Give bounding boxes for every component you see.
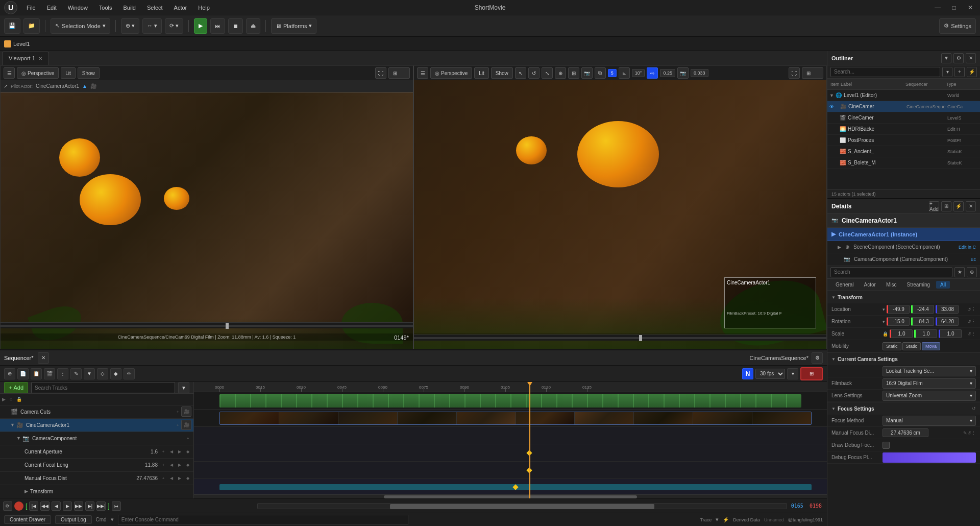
perspective-btn-left[interactable]: ◎ Perspective	[17, 67, 59, 79]
details-search-opts[interactable]: ⊕	[967, 267, 977, 277]
outliner-close[interactable]: ✕	[966, 53, 976, 63]
pilot-cam-icon[interactable]: 🎥	[90, 83, 96, 89]
layers-icon-right[interactable]: ⧉	[595, 67, 606, 79]
mfd-num[interactable]: 27.47636 cm	[883, 428, 928, 437]
sequencer-close[interactable]: ✕	[38, 352, 49, 364]
track-mute-all[interactable]: ○	[10, 397, 12, 402]
scale-lock-icon[interactable]: 🔒	[883, 331, 888, 337]
mobility-movable[interactable]: Mova	[922, 342, 940, 350]
timeline-track-camera-cuts[interactable]	[194, 392, 827, 410]
seq-next[interactable]: ▶|	[85, 501, 94, 511]
rotation-x[interactable]: -15.0	[887, 317, 910, 326]
menu-help[interactable]: Help	[193, 4, 215, 12]
scale-icon-right[interactable]: ⤡	[542, 67, 553, 79]
seq-settings-icon[interactable]: ⚙	[812, 352, 823, 364]
camera-settings-header[interactable]: ▼ Current Camera Settings	[827, 353, 980, 365]
aperture-diamond[interactable]: ◆	[184, 448, 191, 455]
grid-size-btn-right[interactable]: ⊞	[802, 67, 823, 79]
camera-icon-right[interactable]: 📷	[581, 67, 593, 79]
tab-general[interactable]: General	[831, 281, 858, 289]
tab-misc[interactable]: Misc	[882, 281, 901, 289]
menu-actor[interactable]: Actor	[169, 4, 192, 12]
location-x[interactable]: -49.9	[887, 305, 910, 314]
timeline-scrollbar-thumb[interactable]	[384, 495, 637, 498]
dfp-color-bar[interactable]	[883, 452, 976, 463]
track-expand-3[interactable]: ▼	[16, 436, 21, 441]
focus-settings-header[interactable]: ▼ Focus Settings ↺	[827, 402, 980, 415]
outliner-search-opts[interactable]: ▾	[942, 67, 952, 77]
rotation-y[interactable]: -84.3	[911, 317, 934, 326]
play-button[interactable]: ▶	[194, 18, 207, 34]
viewport-image-left[interactable]: CineCameraSequence/CineCam69 Digital Fil…	[1, 92, 413, 349]
track-lock-all[interactable]: 🔒	[16, 397, 22, 402]
stop-btn[interactable]: ⏹	[228, 18, 243, 34]
details-add-btn[interactable]: + Add	[929, 201, 939, 211]
mf-add[interactable]: +	[160, 474, 167, 482]
details-search-filter[interactable]: ★	[954, 267, 965, 277]
lit-btn-right[interactable]: Lit	[474, 67, 489, 79]
draw-debug-checkbox[interactable]	[883, 442, 890, 449]
focal-diamond[interactable]: ◆	[184, 461, 191, 468]
menu-window[interactable]: Window	[63, 4, 93, 12]
ss-icon-right[interactable]: 📷	[677, 67, 689, 79]
track-focal-length[interactable]: Current Focal Leng 11.88 + ◀ ▶ ◆	[0, 459, 193, 472]
mobility-stationary[interactable]: Static	[902, 342, 921, 350]
platforms-button[interactable]: 🖥 Platforms ▾	[271, 18, 316, 34]
location-dropdown-icon[interactable]: ▾	[883, 307, 885, 312]
scene-comp-expand[interactable]: ▶	[838, 245, 841, 250]
pilot-up-icon[interactable]: ▲	[82, 83, 87, 89]
mf-diamond[interactable]: ◆	[184, 474, 191, 482]
track-aperture[interactable]: Current Aperture 1.6 + ◀ ▶ ◆	[0, 445, 193, 459]
snap-icon-right[interactable]: ⊕	[555, 67, 566, 79]
location-y[interactable]: -24.4	[911, 305, 934, 314]
fullscreen-icon-right[interactable]: ⛶	[789, 67, 800, 79]
toolbar-save[interactable]: 💾	[4, 18, 20, 34]
track-manual-focus[interactable]: Manual Focus Dist 27.47636 + ◀ ▶ ◆	[0, 472, 193, 485]
timeline-track-focal[interactable]	[194, 462, 827, 479]
viewport-scrub-right[interactable]	[414, 334, 826, 341]
seq-record-btn[interactable]	[14, 501, 23, 511]
seq-scrollbar[interactable]	[257, 503, 787, 509]
aperture-next-key[interactable]: ▶	[176, 448, 183, 455]
seq-skip-end[interactable]: ▶▶|	[96, 501, 106, 511]
toolbar-transform1[interactable]: ⊕ ▾	[121, 18, 139, 34]
seq-prev-k[interactable]: ◀	[52, 501, 61, 511]
seq-tool-3[interactable]: 📋	[31, 368, 42, 379]
toolbar-transform3[interactable]: ⟳ ▾	[165, 18, 183, 34]
focus-reset[interactable]: ↺	[972, 406, 976, 411]
search-tracks-input[interactable]	[31, 382, 175, 393]
add-track-button[interactable]: + Add	[4, 382, 28, 393]
outliner-settings[interactable]: ⚙	[953, 53, 964, 63]
content-drawer-btn[interactable]: Content Drawer	[4, 515, 51, 524]
mfd-reset[interactable]: ↺	[967, 431, 971, 436]
playhead[interactable]	[529, 382, 530, 498]
toolbar-open[interactable]: 📁	[23, 18, 40, 34]
close-button[interactable]: ✕	[963, 2, 978, 13]
menu-tools[interactable]: Tools	[94, 4, 117, 12]
details-filter-btn[interactable]: ⚡	[953, 201, 964, 211]
transform-expand[interactable]: ▶	[24, 489, 28, 494]
hamburger-icon-right[interactable]: ☰	[417, 67, 428, 79]
cinecam-clip[interactable]	[219, 412, 812, 425]
fov-btn-right[interactable]: 5	[608, 69, 617, 77]
eject-btn[interactable]: ⏏	[246, 18, 260, 34]
scale-menu[interactable]: ⋮	[971, 331, 976, 337]
outliner-row-post[interactable]: ⬜ PostProces PostPr	[827, 135, 980, 146]
cinecam-cam-btn[interactable]: 🎥	[181, 420, 191, 430]
track-camera-component[interactable]: ▼ 📷 CameraComponent +	[0, 432, 193, 445]
aperture-prev-key[interactable]: ◀	[168, 448, 175, 455]
focus-method-dropdown[interactable]: Manual ▾	[883, 416, 976, 426]
seq-tool-1[interactable]: ⊕	[4, 368, 15, 379]
angle-icon-right[interactable]: ⊾	[619, 67, 630, 79]
menu-file[interactable]: File	[21, 4, 41, 12]
eye-icon-cinecam[interactable]: 👁	[829, 104, 834, 109]
location-menu[interactable]: ⋮	[971, 307, 976, 312]
grid-size-btn[interactable]: ⊞	[388, 67, 410, 79]
seq-skip-start[interactable]: |◀	[29, 501, 38, 511]
timeline-track-camcomp[interactable]	[194, 427, 827, 444]
details-grid-btn[interactable]: ⊞	[941, 201, 951, 211]
seq-tool-filter[interactable]: ▼	[84, 368, 95, 379]
track-transform[interactable]: ▶ Transform	[0, 485, 193, 498]
rotation-dropdown-icon[interactable]: ▾	[883, 319, 885, 324]
outliner-row-cinecam[interactable]: 👁 🎥 CineCamer CineCameraSeque CineCa	[827, 101, 980, 112]
